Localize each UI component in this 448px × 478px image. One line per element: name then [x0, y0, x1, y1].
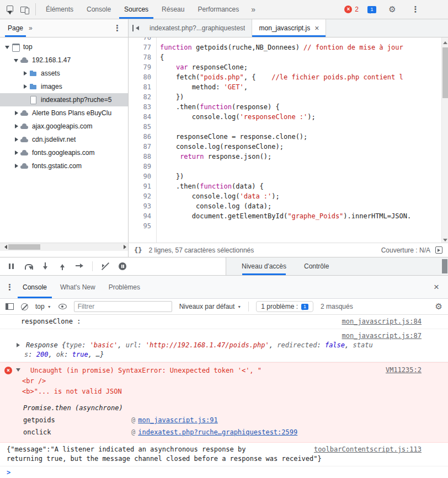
scope-tab-niveau-d-acces[interactable]: Niveau d'accès — [241, 257, 287, 275]
step-icon[interactable] — [75, 262, 84, 271]
line-number[interactable]: 88 — [129, 152, 156, 162]
tab-performances[interactable]: Performances — [191, 0, 246, 19]
tree-item-assets[interactable]: assets — [0, 67, 128, 80]
caret-right-icon[interactable] — [12, 122, 20, 130]
line-number[interactable]: 81 — [129, 82, 156, 92]
drawer-tab-problemes[interactable]: Problèmes — [102, 276, 147, 298]
tab-reseau[interactable]: Réseau — [155, 0, 191, 19]
deactivate-breakpoints-icon[interactable] — [101, 262, 110, 271]
tree-item-fonts-googleapis-com[interactable]: fonts.googleapis.com — [0, 146, 128, 159]
settings-button[interactable]: ⚙ — [385, 2, 399, 17]
navigator-tab-page[interactable]: Page — [3, 19, 28, 37]
step-into-icon[interactable] — [41, 262, 50, 271]
caret-down-icon[interactable] — [3, 43, 11, 51]
source-link[interactable]: mon_javascript.js:84 — [342, 317, 422, 326]
step-out-icon[interactable] — [58, 262, 67, 271]
source-link[interactable]: indexatest.php?ruche…graphiquestest:2599 — [138, 428, 297, 436]
console-sidebar-icon[interactable] — [6, 303, 14, 310]
line-number[interactable]: 86 — [129, 132, 156, 142]
line-number[interactable]: 93 — [129, 201, 156, 211]
line-number[interactable]: 87 — [129, 142, 156, 152]
close-drawer-icon[interactable]: × — [434, 282, 448, 293]
caret-down-icon[interactable] — [12, 56, 20, 64]
issues-badge[interactable]: 1 — [367, 6, 376, 13]
close-tab-icon[interactable]: × — [314, 24, 319, 32]
more-navigator-tabs-icon[interactable]: » — [29, 24, 33, 32]
navigator-toggle-button[interactable] — [129, 19, 143, 37]
tree-item-images[interactable]: images — [0, 80, 128, 93]
tree-item-ajax-googleapis-com[interactable]: ajax.googleapis.com — [0, 120, 128, 133]
coverage-icon[interactable] — [435, 246, 442, 254]
scrollbar-thumb[interactable] — [442, 259, 447, 273]
pretty-print-icon[interactable]: {} — [134, 246, 142, 254]
editor-pane[interactable]: 7677function getpoids(ruche,NB_Donnees) … — [129, 37, 448, 243]
tree-item-alerte-bons-plans-ebuyclu[interactable]: Alerte Bons Plans eBuyClu — [0, 106, 128, 120]
line-number[interactable]: 91 — [129, 181, 156, 191]
tree-item-top[interactable]: top — [0, 40, 128, 53]
line-number[interactable]: 80 — [129, 72, 156, 82]
line-number[interactable]: 95 — [129, 221, 156, 231]
caret-right-icon[interactable] — [21, 83, 29, 90]
caret-down-icon[interactable] — [16, 368, 20, 374]
more-panels-icon[interactable]: » — [251, 5, 255, 14]
tab-console[interactable]: Console — [80, 0, 118, 19]
drawer-menu-icon[interactable]: ⋮ — [6, 282, 14, 292]
source-link[interactable]: VM11235:2 — [386, 366, 422, 375]
line-number[interactable]: 78 — [129, 52, 156, 62]
tab-sources[interactable]: Sources — [118, 0, 155, 19]
scroll-up-button[interactable] — [442, 37, 448, 44]
tree-item-192-168-1-47[interactable]: 192.168.1.47 — [0, 53, 128, 67]
navigator-menu-icon[interactable]: ⋮ — [113, 23, 121, 33]
file-tab-mon-javascript-js[interactable]: mon_javascript.js× — [252, 19, 326, 37]
line-number[interactable]: 94 — [129, 211, 156, 221]
error-count-badge[interactable]: × 2 — [344, 6, 359, 13]
source-link[interactable]: mon_javascript.js:87 — [342, 331, 422, 341]
line-number[interactable]: 77 — [129, 42, 156, 52]
tree-item-indexatest-php-ruche-5[interactable]: indexatest.php?ruche=5 — [0, 93, 128, 106]
line-number[interactable]: 89 — [129, 162, 156, 171]
source-link[interactable]: mon_javascript.js:91 — [138, 416, 218, 424]
source-link[interactable]: toolbarContentscript.js:113 — [314, 445, 422, 454]
clear-console-icon[interactable] — [21, 303, 28, 310]
step-over-icon[interactable] — [24, 262, 33, 271]
context-selector[interactable]: top ▼ — [35, 303, 51, 310]
caret-right-icon[interactable] — [12, 136, 20, 143]
live-expression-icon[interactable] — [58, 304, 67, 309]
file-tab-indexatest-php-graphiquestest[interactable]: indexatest.php?...graphiquestest — [143, 19, 252, 37]
line-number[interactable]: 83 — [129, 102, 156, 112]
drawer-tab-what-s-new[interactable]: What's New — [54, 276, 102, 298]
scrollbar-thumb[interactable] — [442, 47, 448, 98]
scroll-right-button[interactable] — [120, 243, 128, 251]
problems-button[interactable]: 1 problème : 1 — [256, 301, 313, 312]
line-number[interactable]: 82 — [129, 92, 156, 102]
filter-input[interactable] — [74, 301, 172, 312]
pause-script-icon[interactable] — [7, 262, 15, 271]
caret-right-icon[interactable] — [21, 69, 29, 77]
tree-item-fonts-gstatic-com[interactable]: fonts.gstatic.com — [0, 159, 128, 173]
line-number[interactable]: 92 — [129, 191, 156, 201]
inspect-element-button[interactable] — [3, 2, 18, 17]
scrollbar-thumb[interactable] — [8, 244, 40, 250]
line-number[interactable]: 85 — [129, 122, 156, 132]
caret-right-icon[interactable] — [17, 343, 22, 347]
navigator-hscrollbar[interactable] — [0, 243, 128, 251]
line-number[interactable]: 76 — [129, 37, 156, 42]
pause-on-exceptions-icon[interactable] — [118, 262, 127, 271]
console-settings-icon[interactable]: ⚙ — [435, 302, 442, 311]
scope-tab-controle[interactable]: Contrôle — [303, 257, 330, 275]
main-menu-button[interactable]: ⋮ — [408, 2, 423, 17]
device-toolbar-button[interactable] — [18, 2, 32, 17]
editor-vscrollbar[interactable] — [441, 37, 448, 243]
console-prompt[interactable]: > — [0, 467, 448, 478]
caret-right-icon[interactable] — [12, 149, 20, 157]
tree-item-cdn-jsdelivr-net[interactable]: cdn.jsdelivr.net — [0, 133, 128, 146]
tab-elements[interactable]: Éléments — [39, 0, 80, 19]
log-levels-selector[interactable]: Niveaux par défaut ▼ — [179, 303, 242, 310]
caret-right-icon[interactable] — [12, 162, 20, 170]
line-number[interactable]: 90 — [129, 171, 156, 181]
line-number[interactable]: 84 — [129, 112, 156, 122]
line-number[interactable]: 79 — [129, 62, 156, 72]
scroll-down-button[interactable] — [442, 236, 448, 243]
scroll-left-button[interactable] — [0, 243, 8, 251]
drawer-tab-console[interactable]: Console — [16, 276, 54, 298]
